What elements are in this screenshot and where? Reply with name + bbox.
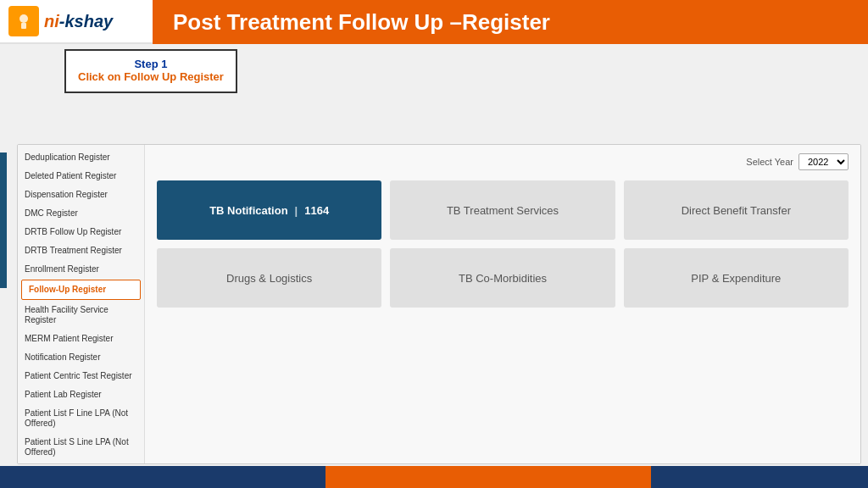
main-content: Deduplication RegisterDeleted Patient Re… bbox=[17, 144, 861, 464]
header-title-bar: Post Treatment Follow Up –Register bbox=[153, 0, 868, 44]
footer-segment bbox=[326, 466, 651, 488]
sidebar-item-dispensation[interactable]: Dispensation Register bbox=[18, 186, 144, 204]
card-pip-expenditure[interactable]: PIP & Expenditure bbox=[624, 248, 849, 308]
page-title: Post Treatment Follow Up –Register bbox=[173, 9, 550, 36]
sidebar-item-patient-list-s[interactable]: Patient List S Line LPA (Not Offered) bbox=[18, 433, 144, 462]
logo-icon bbox=[8, 6, 39, 36]
sidebar-item-patient-lab[interactable]: Patient Lab Register bbox=[18, 385, 144, 404]
card-tb-comorbidities[interactable]: TB Co-Morbidities bbox=[390, 248, 615, 308]
year-label: Select Year bbox=[746, 157, 793, 167]
sidebar-item-health-facility[interactable]: Health Facility Service Register bbox=[18, 301, 144, 330]
right-panel: Select Year 2020202120222023 TB Notifica… bbox=[145, 145, 860, 463]
footer-segment bbox=[0, 466, 326, 488]
sidebar-item-follow-up[interactable]: Follow-Up Register bbox=[21, 280, 141, 300]
sidebar-item-notification[interactable]: Notification Register bbox=[18, 348, 144, 367]
year-selector-row: Select Year 2020202120222023 bbox=[157, 153, 849, 170]
sidebar-item-merm-patient[interactable]: MERM Patient Register bbox=[18, 330, 144, 348]
logo-text: ni-kshay bbox=[44, 12, 113, 31]
sidebar-item-dmc[interactable]: DMC Register bbox=[18, 204, 144, 223]
sidebar-item-patient-centric[interactable]: Patient Centric Test Register bbox=[18, 367, 144, 385]
sidebar-item-enrollment[interactable]: Enrollment Register bbox=[18, 260, 144, 279]
footer-bar bbox=[0, 466, 868, 488]
card-direct-benefit[interactable]: Direct Benefit Transfer bbox=[624, 180, 849, 240]
cards-grid: TB Notification|1164TB Treatment Service… bbox=[157, 180, 849, 308]
header: ni-kshay Post Treatment Follow Up –Regis… bbox=[0, 0, 868, 44]
sidebar-item-patient-udst[interactable]: Patient List UDST Excel bbox=[18, 462, 144, 463]
sidebar-item-drtb-treatment[interactable]: DRTB Treatment Register bbox=[18, 241, 144, 260]
footer-segment bbox=[651, 466, 868, 488]
sidebar-item-deduplication[interactable]: Deduplication Register bbox=[18, 148, 144, 167]
left-accent-bar bbox=[0, 152, 7, 288]
sidebar-item-drtb-follow-up[interactable]: DRTB Follow Up Register bbox=[18, 223, 144, 241]
svg-point-0 bbox=[19, 14, 28, 23]
step-box: Step 1 Click on Follow Up Register bbox=[64, 49, 237, 93]
card-tb-treatment[interactable]: TB Treatment Services bbox=[390, 180, 615, 240]
year-select[interactable]: 2020202120222023 bbox=[798, 153, 849, 170]
step-instruction: Click on Follow Up Register bbox=[78, 70, 224, 85]
sidebar-item-patient-list-f[interactable]: Patient List F Line LPA (Not Offered) bbox=[18, 404, 144, 433]
sidebar[interactable]: Deduplication RegisterDeleted Patient Re… bbox=[18, 145, 145, 463]
svg-rect-1 bbox=[21, 23, 26, 29]
card-drugs-logistics[interactable]: Drugs & Logistics bbox=[157, 248, 381, 308]
step-label: Step 1 bbox=[78, 58, 224, 70]
sidebar-item-deleted-patient[interactable]: Deleted Patient Register bbox=[18, 167, 144, 186]
logo-area: ni-kshay bbox=[0, 0, 153, 44]
card-tb-notification[interactable]: TB Notification|1164 bbox=[157, 180, 381, 240]
